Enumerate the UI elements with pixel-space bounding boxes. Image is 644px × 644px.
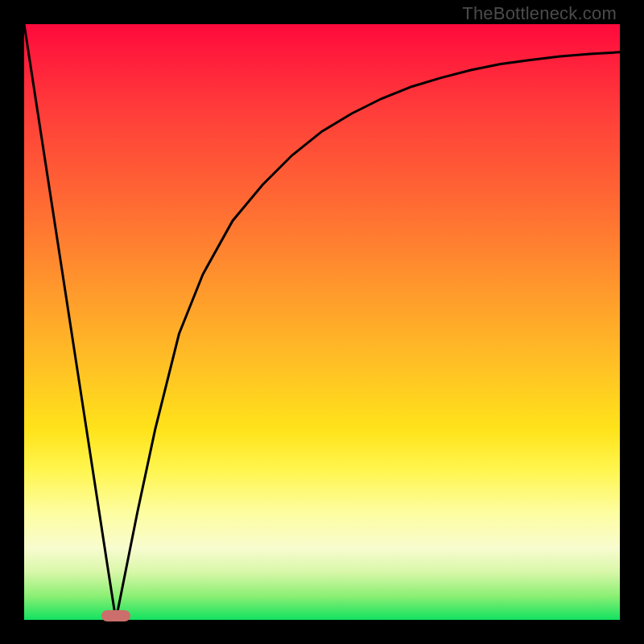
watermark-text: TheBottleneck.com	[462, 3, 617, 24]
bottleneck-curve	[24, 24, 620, 620]
min-point-marker	[101, 610, 130, 621]
curve-path	[24, 24, 620, 620]
chart-frame	[24, 24, 620, 620]
